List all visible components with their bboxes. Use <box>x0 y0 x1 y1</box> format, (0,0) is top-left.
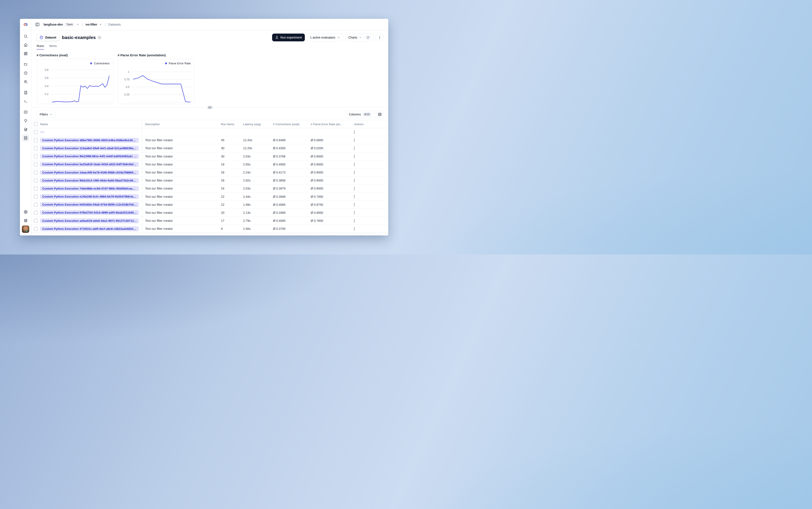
row-checkbox[interactable] <box>34 146 38 150</box>
row-actions-kebab-icon[interactable] <box>354 139 354 142</box>
home-icon[interactable] <box>22 41 29 48</box>
suggestions-bulb-icon[interactable] <box>22 117 29 124</box>
annotation-icon[interactable] <box>22 126 29 133</box>
row-actions-kebab-icon[interactable] <box>354 219 354 222</box>
breadcrumb-section[interactable]: Datasets <box>108 23 121 26</box>
row-actions-kebab-icon[interactable] <box>354 211 354 214</box>
row-checkbox[interactable] <box>34 130 38 134</box>
run-name-link[interactable]: Custom Python Execution 076b2704-341d-48… <box>40 210 139 215</box>
columns-label: Columns <box>349 113 361 116</box>
prompts-file-code-icon[interactable] <box>22 89 29 96</box>
row-actions-kebab-icon[interactable] <box>354 227 354 230</box>
tab-items[interactable]: Items <box>49 44 57 49</box>
more-actions-button[interactable] <box>376 34 383 41</box>
column-header-run-items[interactable]: Run Items <box>220 123 242 126</box>
top-bar: langfuse-dev Team / no-filter / Datasets <box>20 19 388 30</box>
users-icon[interactable] <box>22 78 29 86</box>
columns-button[interactable]: Columns 8/15 <box>346 111 374 118</box>
project-switcher[interactable]: no-filter <box>86 23 102 26</box>
column-header-latency[interactable]: Latency (avg) <box>242 123 272 126</box>
column-header-parse-error[interactable]: # Parse Error Rate (an... <box>310 123 349 126</box>
table-row: Custom Python Execution d66e7991-8595-45… <box>31 136 388 144</box>
breadcrumb-separator: / <box>81 22 84 27</box>
run-name-link[interactable]: Custom Python Execution f6bb1614-1f90-40… <box>40 178 139 183</box>
user-avatar[interactable] <box>22 226 29 233</box>
sidebar-collapse-icon[interactable] <box>35 22 40 27</box>
svg-text:0.5: 0.5 <box>126 86 129 89</box>
section-divider <box>31 106 388 109</box>
row-actions-kebab-icon[interactable] <box>354 131 354 134</box>
playground-terminal-icon[interactable] <box>22 98 29 105</box>
svg-text:0.25: 0.25 <box>124 93 130 96</box>
search-icon[interactable] <box>22 33 29 40</box>
row-checkbox[interactable] <box>34 178 38 182</box>
row-checkbox[interactable] <box>34 186 38 191</box>
row-actions-kebab-icon[interactable] <box>354 187 354 190</box>
run-name-link[interactable]: Custom Python Execution 1daec0f9-5e78-43… <box>40 170 139 175</box>
column-header-name[interactable]: Name <box>40 120 142 128</box>
sessions-clock-icon[interactable] <box>22 69 29 77</box>
row-actions-kebab-icon[interactable] <box>354 195 354 198</box>
active-evaluators-button[interactable]: 1 active evaluators <box>307 34 343 41</box>
row-checkbox[interactable] <box>34 211 38 215</box>
charts-toggle-button[interactable]: Charts 2 <box>345 34 373 41</box>
table-row: Custom Python Execution adfae619-abb0-4d… <box>31 217 388 225</box>
row-actions-kebab-icon[interactable] <box>354 147 354 150</box>
column-header-correctness[interactable]: # Correctness (eval) <box>272 123 310 126</box>
tab-runs[interactable]: Runs <box>37 44 44 49</box>
correctness-value: Ø 0.4065 <box>272 203 310 206</box>
run-name-link[interactable]: Custom Python Execution 74de488e-ec9d-47… <box>40 186 139 191</box>
row-checkbox[interactable] <box>34 203 38 207</box>
correctness-value: Ø 0.4173 <box>272 171 310 174</box>
select-all-checkbox[interactable] <box>34 122 38 126</box>
column-header-description[interactable]: Description <box>142 123 220 126</box>
pagination-bar: Rows per page 50 Page of 1 « ‹ › » <box>31 233 388 235</box>
dashboard-icon[interactable] <box>22 50 29 57</box>
latency-value: 12.20s <box>242 146 272 150</box>
evaluation-icon[interactable] <box>22 108 29 116</box>
table-row <box>31 128 388 136</box>
tab-bar: Runs Items <box>31 41 388 49</box>
row-checkbox[interactable] <box>34 170 38 175</box>
run-name-link[interactable]: Custom Python Execution 114aa9ef-29e6-4e… <box>40 146 139 151</box>
support-lifebuoy-icon[interactable] <box>22 217 29 224</box>
row-actions-kebab-icon[interactable] <box>354 163 354 166</box>
chart-title: # Correctness (eval) <box>37 53 113 57</box>
row-checkbox[interactable] <box>34 219 38 223</box>
run-name-link[interactable]: Custom Python Execution 371f531c-abff-4d… <box>40 226 139 231</box>
run-items-value: 30 <box>220 155 242 158</box>
run-name-link[interactable]: Custom Python Execution d66e7991-8595-45… <box>40 138 139 143</box>
run-name-link[interactable]: Custom Python Execution adfae619-abb0-4d… <box>40 218 139 223</box>
row-checkbox[interactable] <box>34 227 38 231</box>
latency-value: 12.43s <box>242 138 272 142</box>
row-height-button[interactable] <box>376 111 383 118</box>
org-switcher[interactable]: langfuse-dev Team <box>43 23 79 27</box>
row-actions-kebab-icon[interactable] <box>354 179 354 182</box>
langfuse-logo[interactable] <box>20 19 31 30</box>
run-name-link[interactable] <box>40 131 44 133</box>
tracing-icon[interactable] <box>22 61 29 68</box>
row-checkbox[interactable] <box>34 154 38 158</box>
run-experiment-button[interactable]: Run experiment <box>272 34 305 41</box>
row-checkbox[interactable] <box>34 138 38 142</box>
row-actions-kebab-icon[interactable] <box>354 155 354 158</box>
settings-gear-icon[interactable] <box>22 208 29 215</box>
run-name-link[interactable]: Custom Python Execution 5a15a616-1bab-44… <box>40 162 139 167</box>
icon-sidebar <box>20 30 31 235</box>
dataset-badge-label: Dataset <box>45 36 56 39</box>
rows-per-page-select[interactable]: 50 <box>293 235 308 235</box>
row-actions-kebab-icon[interactable] <box>354 171 354 174</box>
columns-count-badge: 8/15 <box>363 112 371 116</box>
datasets-database-icon[interactable] <box>22 134 29 142</box>
row-checkbox[interactable] <box>34 163 38 167</box>
resize-handle[interactable] <box>207 106 213 109</box>
info-icon[interactable] <box>98 36 101 39</box>
row-actions-kebab-icon[interactable] <box>354 203 354 206</box>
run-name-link[interactable]: Custom Python Execution fe91b83e-04a5-47… <box>40 202 139 207</box>
row-checkbox[interactable] <box>34 195 38 199</box>
run-items-value: 9 <box>220 227 242 231</box>
run-name-link[interactable]: Custom Python Execution e14fa348-5cfc-49… <box>40 194 139 199</box>
filters-button[interactable]: Filters <box>37 111 56 118</box>
run-name-link[interactable]: Custom Python Execution 9fe23f98-881e-44… <box>40 154 139 159</box>
run-description: Test our filter creator <box>142 138 220 142</box>
